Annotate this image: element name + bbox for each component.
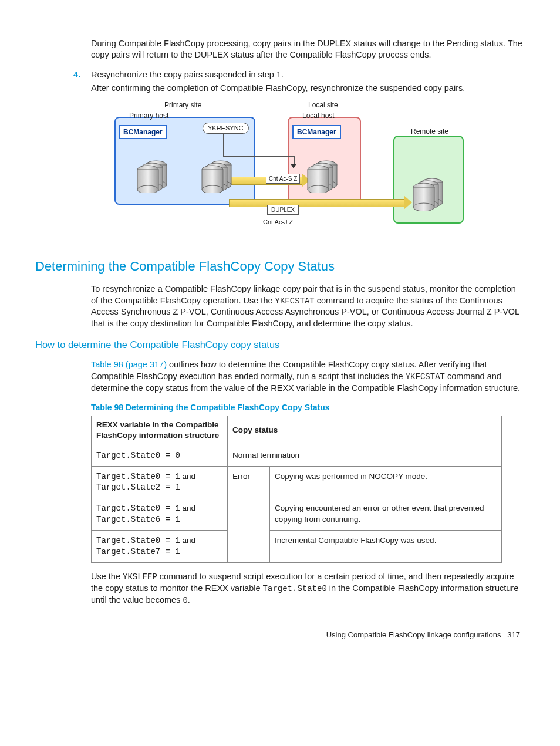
- status-error: Error: [228, 466, 270, 562]
- step-number: 4.: [73, 69, 91, 94]
- svg-point-35: [413, 203, 434, 211]
- para-howto: Table 98 (page 317) outlines how to dete…: [91, 359, 525, 394]
- rexx-var: Target.State7 = 1: [96, 547, 180, 556]
- label-duplex: DUPLEX: [267, 205, 299, 215]
- label-local-site: Local site: [308, 100, 338, 110]
- table-caption: Table 98 Determining the Compatible Flas…: [91, 402, 525, 413]
- code-zero: 0: [183, 596, 187, 605]
- text: and: [180, 472, 195, 481]
- table-row: Target.State0 = 1 and Target.State2 = 1 …: [92, 466, 502, 498]
- status-cell: Normal termination: [228, 445, 502, 466]
- diagram-resync: Primary site Local site Remote site Prim…: [112, 100, 470, 247]
- col-rexx: REXX variable in the Compatible FlashCop…: [92, 416, 228, 445]
- label-primary-site: Primary site: [164, 100, 201, 110]
- table-row: Target.State0 = 0 Normal termination: [92, 445, 502, 466]
- text: and: [180, 504, 195, 512]
- label-local-host: Local host: [302, 111, 335, 120]
- para-duplex-status: During Compatible FlashCopy processing, …: [91, 38, 525, 61]
- status-desc: Incremental Compatible FlashCopy was use…: [270, 531, 502, 563]
- bcmanager-primary: BCManager: [119, 125, 167, 139]
- page-footer: Using Compatible FlashCopy linkage confi…: [35, 630, 525, 640]
- cylinder-icon: [200, 159, 234, 193]
- cylinder-icon: [305, 159, 339, 193]
- step-4: 4. Resynchronize the copy pairs suspende…: [35, 69, 525, 94]
- ykresync-label: YKRESYNC: [203, 123, 249, 134]
- para-yksleep: Use the YKSLEEP command to suspend scrip…: [91, 571, 525, 606]
- text: and: [180, 536, 195, 545]
- table-98: REXX variable in the Compatible FlashCop…: [91, 416, 502, 563]
- svg-point-8: [137, 185, 158, 193]
- label-primary-host: Primary host: [129, 111, 168, 120]
- heading-how-to-determine: How to determine the Compatible FlashCop…: [35, 338, 525, 351]
- cylinder-icon: [135, 159, 169, 193]
- step-4-line2: After confirming the completion of Compa…: [91, 83, 525, 94]
- table-header-row: REXX variable in the Compatible FlashCop…: [92, 416, 502, 445]
- label-remote-site: Remote site: [411, 127, 448, 136]
- status-desc: Copying encountered an error or other ev…: [270, 498, 502, 531]
- status-desc: Copying was performed in NOCOPY mode.: [270, 466, 502, 498]
- rexx-var: Target.State0 = 1: [96, 504, 180, 513]
- footer-page-number: 317: [507, 630, 520, 639]
- code-ykfcstat: YKFCSTAT: [275, 296, 315, 306]
- rexx-var: Target.State6 = 1: [96, 515, 180, 524]
- table-row: Target.State0 = 1 and Target.State7 = 1 …: [92, 531, 502, 563]
- rexx-var: Target.State0 = 1: [96, 472, 180, 481]
- code-yksleep: YKSLEEP: [123, 572, 157, 582]
- step-4-line1: Resynchronize the copy pairs suspended i…: [91, 69, 525, 81]
- text: .: [188, 595, 190, 605]
- code-ykfcstat: YKFCSTAT: [406, 372, 445, 382]
- rexx-var: Target.State0 = 0: [96, 451, 180, 460]
- svg-point-26: [308, 185, 329, 193]
- text: Use the: [91, 572, 123, 581]
- cylinder-icon: [411, 177, 445, 211]
- label-cnt-ac-s: Cnt Ac-S Z: [266, 174, 300, 184]
- rexx-var: Target.State2 = 1: [96, 482, 180, 492]
- heading-determining-status: Determining the Compatible FlashCopy Cop…: [35, 258, 525, 275]
- table-row: Target.State0 = 1 and Target.State6 = 1 …: [92, 498, 502, 531]
- label-cnt-ac-j: Cnt Ac-J Z: [263, 218, 293, 227]
- svg-point-17: [202, 185, 223, 193]
- footer-text: Using Compatible FlashCopy linkage confi…: [326, 630, 501, 639]
- rexx-var: Target.State0 = 1: [96, 536, 180, 545]
- para-determining: To resynchronize a Compatible FlashCopy …: [91, 283, 525, 330]
- xref-table-98[interactable]: Table 98 (page 317): [91, 360, 167, 369]
- bcmanager-local: BCManager: [292, 125, 341, 139]
- code-target-state0: Target.State0: [263, 584, 327, 593]
- col-status: Copy status: [228, 416, 502, 445]
